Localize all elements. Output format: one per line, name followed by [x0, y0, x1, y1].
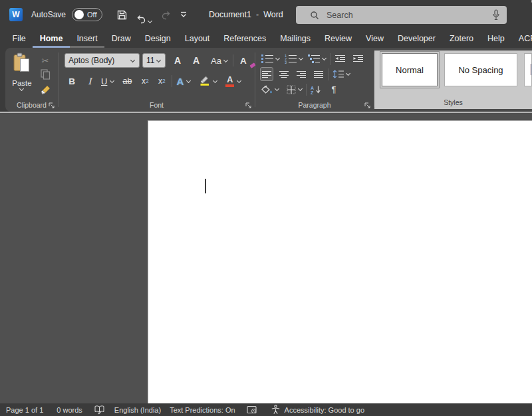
- search-input[interactable]: Search: [296, 6, 507, 24]
- change-case-label: Aa: [211, 56, 221, 66]
- ribbon-tab-bar: File Home Insert Draw Design Layout Refe…: [0, 29, 532, 48]
- font-color-letter: A: [227, 76, 233, 84]
- tab-design[interactable]: Design: [138, 29, 178, 48]
- page-indicator[interactable]: Page 1 of 1: [6, 406, 43, 414]
- paste-label: Paste: [12, 79, 31, 87]
- align-center-button[interactable]: [277, 67, 291, 81]
- document-page[interactable]: [148, 120, 532, 403]
- pilcrow-icon: ¶: [332, 84, 336, 94]
- style-normal[interactable]: Normal: [382, 53, 438, 86]
- grow-font-button[interactable]: A: [170, 53, 185, 68]
- highlight-color-button[interactable]: [198, 74, 219, 88]
- tab-layout[interactable]: Layout: [178, 29, 217, 48]
- numbering-button[interactable]: 123: [283, 52, 299, 66]
- undo-chevron-icon[interactable]: [148, 19, 153, 24]
- font-color-button[interactable]: A: [224, 74, 243, 88]
- increase-indent-icon: [352, 54, 364, 63]
- paste-chevron-icon[interactable]: [19, 87, 25, 92]
- shading-button[interactable]: [260, 82, 275, 96]
- font-name-combobox[interactable]: Aptos (Body): [65, 53, 140, 68]
- tab-review[interactable]: Review: [318, 29, 359, 48]
- tab-developer[interactable]: Developer: [390, 29, 442, 48]
- divider: [330, 53, 331, 65]
- accessibility-status[interactable]: Accessibility: Good to go: [285, 406, 364, 414]
- tab-file[interactable]: File: [5, 29, 33, 48]
- italic-button[interactable]: I: [82, 74, 97, 88]
- language-indicator[interactable]: English (India): [114, 406, 161, 414]
- increase-indent-button[interactable]: [351, 52, 365, 66]
- undo-button[interactable]: [132, 5, 157, 24]
- word-app-icon[interactable]: W: [9, 8, 23, 21]
- chevron-down-icon[interactable]: [299, 56, 304, 61]
- borders-button[interactable]: [285, 82, 298, 96]
- text-effects-button[interactable]: A: [175, 74, 193, 88]
- title-separator: -: [256, 10, 259, 19]
- chevron-down-icon[interactable]: [275, 87, 280, 92]
- divider: [328, 68, 329, 80]
- microphone-icon[interactable]: [492, 9, 500, 21]
- svg-text:Z: Z: [311, 90, 314, 94]
- chevron-down-icon: [213, 79, 218, 84]
- show-formatting-marks-button[interactable]: ¶: [327, 82, 340, 96]
- superscript-2: 2: [162, 78, 166, 84]
- customize-quick-access-toolbar-button[interactable]: [176, 5, 192, 24]
- change-case-button[interactable]: Aa: [209, 53, 230, 68]
- paste-clipboard-icon: [12, 52, 32, 77]
- text-predictions-settings-icon[interactable]: [247, 405, 257, 414]
- bold-button[interactable]: B: [65, 74, 79, 88]
- line-spacing-icon: [332, 70, 344, 78]
- strikethrough-button[interactable]: ab: [120, 74, 134, 88]
- font-size-combobox[interactable]: 11: [142, 53, 166, 68]
- clear-formatting-button[interactable]: A: [236, 53, 251, 68]
- multilevel-list-button[interactable]: [307, 52, 322, 66]
- align-left-button[interactable]: [260, 67, 273, 81]
- decrease-indent-button[interactable]: [333, 52, 347, 66]
- tab-insert[interactable]: Insert: [70, 29, 104, 48]
- tab-help[interactable]: Help: [481, 29, 512, 48]
- word-count[interactable]: 0 words: [57, 406, 82, 414]
- subscript-button[interactable]: x2: [138, 74, 152, 88]
- format-painter-button[interactable]: [37, 84, 53, 98]
- tab-zotero[interactable]: Zotero: [442, 29, 480, 48]
- tab-draw[interactable]: Draw: [104, 29, 138, 48]
- copy-button-disabled[interactable]: [37, 69, 53, 82]
- chevron-down-icon[interactable]: [275, 56, 281, 61]
- proofing-book-icon[interactable]: [94, 405, 104, 415]
- paragraph-dialog-launcher[interactable]: [364, 102, 370, 108]
- line-spacing-button[interactable]: [331, 67, 346, 81]
- bullets-button[interactable]: [260, 52, 275, 66]
- chevron-down-icon[interactable]: [346, 72, 351, 76]
- sort-button[interactable]: AZ: [309, 82, 323, 96]
- tab-mailings[interactable]: Mailings: [273, 29, 318, 48]
- chevron-down-icon: [156, 58, 162, 63]
- window-title: Document1 - Word: [209, 10, 283, 19]
- style-heading1[interactable]: He: [524, 53, 532, 86]
- clipboard-dialog-launcher[interactable]: [49, 102, 55, 108]
- superscript-button[interactable]: x2: [154, 74, 169, 88]
- tab-acrobat[interactable]: ACROBAT: [511, 29, 532, 48]
- chevron-down-icon[interactable]: [298, 87, 303, 92]
- bullets-icon: [261, 54, 274, 64]
- tab-view[interactable]: View: [359, 29, 391, 48]
- align-right-button[interactable]: [295, 67, 308, 81]
- tab-home[interactable]: Home: [33, 29, 70, 48]
- cut-button-disabled[interactable]: ✂: [37, 54, 53, 67]
- paste-button[interactable]: Paste: [5, 52, 36, 98]
- underline-button[interactable]: U: [100, 74, 116, 88]
- redo-icon: [161, 9, 172, 20]
- copy-icon: [41, 69, 51, 82]
- chevron-down-icon[interactable]: [322, 56, 327, 61]
- text-predictions-indicator[interactable]: Text Predictions: On: [170, 406, 235, 414]
- shrink-font-button[interactable]: A: [189, 53, 203, 68]
- autosave-toggle[interactable]: Off: [72, 8, 102, 21]
- justify-button[interactable]: [312, 67, 325, 81]
- tab-references[interactable]: References: [217, 29, 273, 48]
- clear-formatting-letter: A: [240, 56, 247, 66]
- style-no-spacing[interactable]: No Spacing: [444, 53, 517, 86]
- font-group-label: Font: [150, 101, 164, 109]
- font-dialog-launcher[interactable]: [245, 102, 251, 108]
- paragraph-group: 123: [255, 48, 374, 112]
- save-button[interactable]: [112, 5, 132, 24]
- redo-button-disabled[interactable]: [157, 5, 176, 24]
- divider: [233, 54, 233, 66]
